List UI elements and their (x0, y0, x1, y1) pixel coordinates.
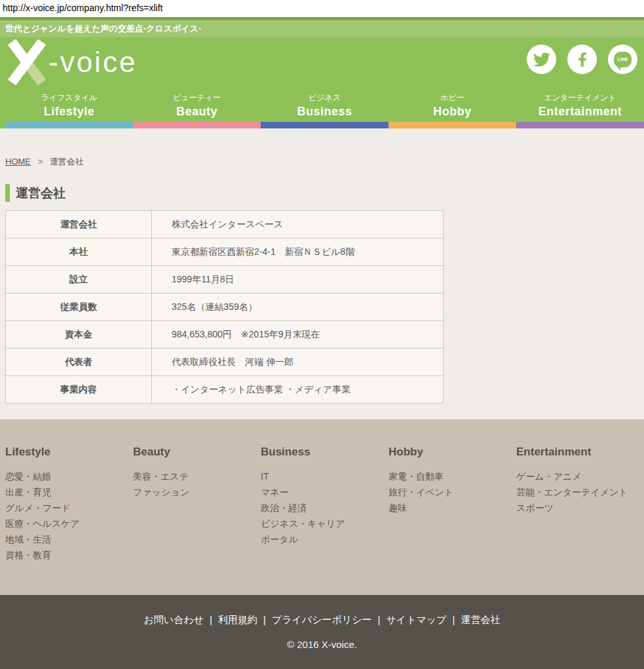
footer-link[interactable]: 出産・育児 (5, 484, 133, 500)
facebook-f-glyph (575, 52, 590, 67)
row-value: 東京都新宿区西新宿2-4-1 新宿ＮＳビル8階 (152, 239, 444, 266)
table-row: 事業内容 ・インターネット広告事業 ・メディア事業 (6, 376, 444, 404)
social-icons: LINE (527, 45, 637, 74)
twitter-icon[interactable] (527, 45, 556, 74)
footer-link[interactable]: 地域・生活 (5, 531, 133, 547)
footer-link[interactable]: マネー (261, 484, 388, 500)
breadcrumb: HOME > 運営会社 (5, 156, 644, 168)
nav-item-hobby[interactable]: ホビー Hobby (388, 92, 516, 122)
footer-heading: Business (261, 446, 388, 459)
footer-col-beauty: Beauty 美容・エステ ファッション (133, 446, 261, 595)
footer-heading: Entertainment (516, 446, 644, 459)
footer-col-entertainment: Entertainment ゲーム・アニメ 芸能・エンターテイメント スポーツ (516, 446, 644, 595)
page-title: 運営会社 (5, 184, 644, 202)
footer-link[interactable]: ポータル (261, 531, 388, 547)
bottom-link-separator: | (453, 614, 455, 625)
nav-label-en: Business (261, 105, 388, 119)
url-bar: http://x-voice.jp/company.html?refs=xlif… (0, 0, 644, 17)
bottom-links: お問い合わせ|利用規約|プライバシーポリシー|サイトマップ|運営会社 (0, 614, 644, 626)
bottom-link-sitemap[interactable]: サイトマップ (386, 614, 446, 625)
footer-col-lifestyle: Lifestyle 恋愛・結婚 出産・育児 グルメ・フード 医療・ヘルスケア 地… (5, 446, 133, 595)
nav-item-entertainment[interactable]: エンターテイメント Entertainment (516, 92, 644, 122)
bottom-bar: お問い合わせ|利用規約|プライバシーポリシー|サイトマップ|運営会社 © 201… (0, 595, 644, 669)
site-header: -voice LINE ライフスタイル Lifesty (0, 37, 644, 122)
bottom-link-terms[interactable]: 利用規約 (218, 614, 257, 625)
color-seg-lifestyle (5, 122, 133, 128)
bottom-link-contact[interactable]: お問い合わせ (144, 614, 204, 625)
row-label: 代表者 (6, 349, 152, 376)
bottom-link-separator: | (263, 614, 266, 625)
x-logo-mark (5, 39, 47, 85)
nav-item-lifestyle[interactable]: ライフスタイル Lifestyle (5, 92, 133, 122)
row-label: 従業員数 (6, 294, 152, 321)
line-icon[interactable]: LINE (608, 45, 637, 74)
row-value: 株式会社インタースペース (152, 211, 444, 239)
row-label: 設立 (6, 266, 152, 294)
row-value: 1999年11月8日 (152, 266, 444, 294)
row-label: 本社 (6, 239, 152, 266)
footer-link[interactable]: 政治・経済 (261, 500, 388, 516)
footer-link[interactable]: 家電・自動車 (388, 468, 516, 484)
twitter-bird-glyph (533, 51, 550, 68)
url-text: http://x-voice.jp/company.html?refs=xlif… (0, 0, 162, 13)
row-label: 事業内容 (6, 376, 152, 404)
table-row: 本社 東京都新宿区西新宿2-4-1 新宿ＮＳビル8階 (6, 239, 444, 266)
row-label: 運営会社 (6, 211, 152, 239)
footer-link[interactable]: ビジネス・キャリア (261, 516, 388, 531)
footer-col-hobby: Hobby 家電・自動車 旅行・イベント 趣味 (388, 446, 516, 595)
color-seg-entertainment (516, 122, 644, 128)
category-color-bar (0, 122, 644, 128)
logo-text: -voice (48, 41, 137, 84)
main-nav: ライフスタイル Lifestyle ビューティー Beauty ビジネス Bus… (5, 92, 644, 122)
footer-link[interactable]: グルメ・フード (5, 500, 133, 516)
title-accent-bar (5, 184, 10, 202)
nav-label-en: Entertainment (516, 105, 644, 119)
breadcrumb-separator: > (38, 157, 43, 166)
table-row: 運営会社 株式会社インタースペース (6, 211, 444, 239)
row-value: ・インターネット広告事業 ・メディア事業 (152, 376, 444, 404)
bottom-link-privacy[interactable]: プライバシーポリシー (272, 614, 372, 625)
main-content: HOME > 運営会社 運営会社 運営会社 株式会社インタースペース 本社 東京… (0, 128, 644, 419)
row-value: 代表取締役社長 河端 伸一郎 (152, 349, 444, 376)
footer-link[interactable]: 恋愛・結婚 (5, 468, 133, 484)
breadcrumb-home-link[interactable]: HOME (5, 157, 31, 166)
nav-label-en: Lifestyle (5, 105, 133, 119)
nav-item-beauty[interactable]: ビューティー Beauty (133, 92, 261, 122)
nav-item-business[interactable]: ビジネス Business (261, 92, 388, 122)
site-tagline: 世代とジャンルを超えた声の交差点-クロスボイス- (0, 20, 644, 37)
table-row: 設立 1999年11月8日 (6, 266, 444, 294)
footer-heading: Hobby (388, 446, 516, 459)
color-seg-business (261, 122, 388, 128)
nav-label-en: Hobby (388, 105, 516, 119)
color-seg-beauty (133, 122, 261, 128)
row-label: 資本金 (6, 321, 152, 349)
company-info-table: 運営会社 株式会社インタースペース 本社 東京都新宿区西新宿2-4-1 新宿ＮＳ… (5, 210, 444, 404)
footer-link[interactable]: IT (261, 468, 388, 484)
footer-heading: Beauty (133, 446, 261, 459)
row-value: 984,653,800円 ※2015年9月末現在 (152, 321, 444, 349)
bottom-link-company[interactable]: 運営会社 (461, 614, 500, 625)
breadcrumb-current: 運営会社 (50, 157, 84, 166)
footer-link[interactable]: 趣味 (388, 500, 516, 516)
footer-link[interactable]: ゲーム・アニメ (516, 468, 644, 484)
site-logo[interactable]: -voice (5, 39, 137, 85)
facebook-icon[interactable] (567, 45, 597, 74)
nav-label-ja: エンターテイメント (516, 92, 644, 104)
footer-link[interactable]: 資格・教育 (5, 547, 133, 563)
footer-link[interactable]: 芸能・エンターテイメント (516, 484, 644, 500)
table-row: 資本金 984,653,800円 ※2015年9月末現在 (6, 321, 444, 349)
footer: Lifestyle 恋愛・結婚 出産・育児 グルメ・フード 医療・ヘルスケア 地… (0, 419, 644, 595)
bottom-link-separator: | (210, 614, 212, 625)
footer-link[interactable]: スポーツ (516, 500, 644, 516)
page: http://x-voice.jp/company.html?refs=xlif… (0, 0, 644, 669)
footer-link[interactable]: 旅行・イベント (388, 484, 516, 500)
footer-heading: Lifestyle (5, 446, 133, 459)
color-seg-hobby (388, 122, 516, 128)
nav-label-ja: ホビー (388, 92, 516, 104)
nav-label-en: Beauty (133, 105, 261, 119)
footer-link[interactable]: ファッション (133, 484, 261, 500)
footer-link[interactable]: 医療・ヘルスケア (5, 516, 133, 531)
nav-label-ja: ビジネス (261, 92, 388, 104)
line-label: LINE (618, 57, 628, 62)
footer-link[interactable]: 美容・エステ (133, 468, 261, 484)
